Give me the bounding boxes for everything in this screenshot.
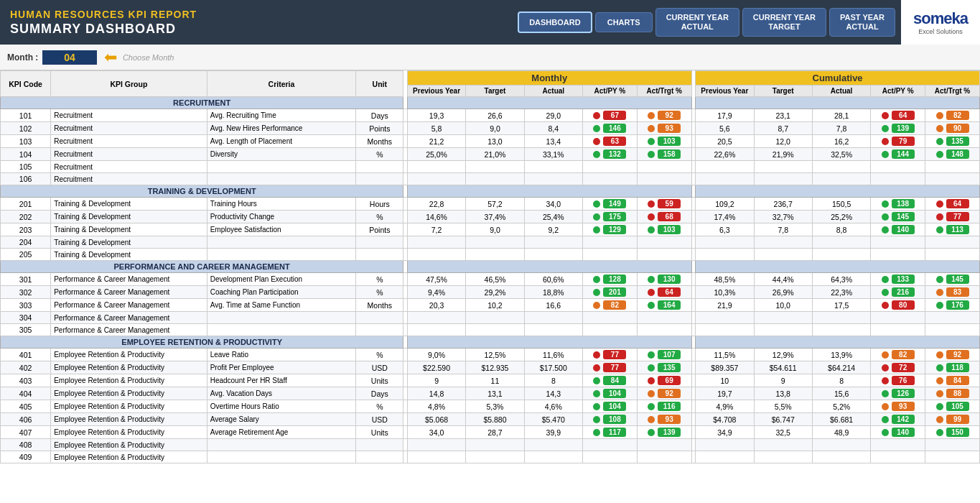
cumulative-header: Cumulative	[696, 71, 980, 86]
row-group: Performance & Career Management	[51, 324, 207, 336]
app-subtitle: SUMMARY DASHBOARD	[10, 22, 502, 37]
row-group: Performance & Career Management	[51, 273, 207, 286]
row-m-apy	[583, 439, 638, 451]
row-m-prev: $5.068	[407, 413, 465, 426]
row-c-prev: $4.708	[696, 413, 754, 426]
row-c-apy	[871, 312, 925, 324]
row-criteria	[207, 439, 356, 451]
row-m-apy: 77	[583, 361, 638, 374]
row-m-act: 18,8%	[524, 286, 582, 299]
row-m-tgt: 26,6	[466, 109, 524, 122]
row-c-act: 8,8	[812, 223, 870, 236]
row-c-prev: 19,7	[696, 387, 754, 400]
row-unit: Days	[356, 109, 403, 122]
current-year-actual-button[interactable]: CURRENT YEARACTUAL	[655, 8, 739, 37]
header-nav: DASHBOARD CHARTS CURRENT YEARACTUAL CURR…	[512, 0, 901, 45]
row-unit	[356, 451, 403, 463]
row-c-atgt: 105	[925, 400, 980, 413]
row-unit: Units	[356, 426, 403, 439]
sub-apy-c: Act/PY %	[871, 86, 925, 97]
row-c-act: 25,2%	[812, 211, 870, 223]
row-c-prev	[696, 324, 754, 336]
row-m-apy: 132	[583, 148, 638, 161]
table-row: 204 Training & Development	[1, 236, 980, 249]
row-m-tgt: 9,0	[466, 223, 524, 236]
row-c-atgt	[925, 439, 980, 451]
month-row: Month : 04 ⬅ Choose Month	[0, 45, 980, 70]
row-criteria: Coaching Plan Participation	[207, 286, 356, 299]
row-c-prev: 4,9%	[696, 400, 754, 413]
row-m-act: 8,4	[524, 122, 582, 135]
row-c-prev	[696, 312, 754, 324]
row-m-act: 9,2	[524, 223, 582, 236]
row-code: 102	[1, 122, 51, 135]
row-c-act: 5,2%	[812, 400, 870, 413]
row-criteria	[207, 324, 356, 336]
row-c-act: 16,2	[812, 135, 870, 148]
row-m-atgt: 107	[637, 349, 691, 361]
row-m-act	[524, 249, 582, 261]
dashboard-button[interactable]: DASHBOARD	[518, 11, 592, 33]
past-year-actual-button[interactable]: PAST YEARACTUAL	[829, 8, 895, 37]
row-unit: Months	[356, 135, 403, 148]
row-c-prev	[696, 451, 754, 463]
row-c-apy: 133	[871, 273, 925, 286]
sub-apy-m: Act/PY %	[583, 86, 638, 97]
row-c-tgt: 12,0	[754, 135, 812, 148]
row-m-act: 11,6%	[524, 349, 582, 361]
row-m-prev	[407, 439, 465, 451]
row-c-prev: 10,3%	[696, 286, 754, 299]
row-m-apy: 63	[583, 135, 638, 148]
row-c-tgt: 236,7	[754, 198, 812, 211]
row-c-apy: 142	[871, 413, 925, 426]
charts-button[interactable]: CHARTS	[595, 12, 653, 32]
row-criteria: Productivity Change	[207, 211, 356, 223]
row-group: Recruitment	[51, 148, 207, 161]
row-c-prev: 20,5	[696, 135, 754, 148]
row-c-atgt: 77	[925, 211, 980, 223]
row-group: Performance & Career Management	[51, 286, 207, 299]
row-c-tgt	[754, 161, 812, 173]
row-m-atgt	[637, 161, 691, 173]
row-m-act: 14,3	[524, 387, 582, 400]
row-group: Recruitment	[51, 135, 207, 148]
row-c-apy: 140	[871, 223, 925, 236]
row-unit: Hours	[356, 198, 403, 211]
row-c-tgt: 8,7	[754, 122, 812, 135]
row-group: Employee Retention & Productivity	[51, 400, 207, 413]
row-m-atgt: 139	[637, 426, 691, 439]
row-m-act: $5.470	[524, 413, 582, 426]
row-group: Employee Retention & Productivity	[51, 451, 207, 463]
row-c-prev: 5,6	[696, 122, 754, 135]
row-c-prev: 17,9	[696, 109, 754, 122]
table-row: 404 Employee Retention & Productivity Av…	[1, 387, 980, 400]
row-m-atgt: 164	[637, 299, 691, 312]
row-m-act: 16,6	[524, 299, 582, 312]
row-c-apy	[871, 439, 925, 451]
row-c-atgt: 92	[925, 349, 980, 361]
row-m-act: 33,1%	[524, 148, 582, 161]
row-m-act	[524, 236, 582, 249]
row-c-tgt: 7,8	[754, 223, 812, 236]
row-c-atgt: 82	[925, 109, 980, 122]
row-code: 409	[1, 451, 51, 463]
row-m-apy	[583, 236, 638, 249]
row-m-atgt	[637, 312, 691, 324]
row-criteria: Avg. Time at Same Function	[207, 299, 356, 312]
row-group: Employee Retention & Productivity	[51, 426, 207, 439]
row-code: 403	[1, 374, 51, 387]
row-m-apy: 201	[583, 286, 638, 299]
current-year-target-button[interactable]: CURRENT YEARTARGET	[742, 8, 826, 37]
row-unit: %	[356, 286, 403, 299]
row-code: 407	[1, 426, 51, 439]
row-c-tgt	[754, 312, 812, 324]
row-c-act	[812, 324, 870, 336]
row-c-act	[812, 439, 870, 451]
row-m-prev: $22.590	[407, 361, 465, 374]
sub-target-m: Target	[466, 86, 524, 97]
row-code: 402	[1, 361, 51, 374]
row-m-atgt: 103	[637, 135, 691, 148]
row-c-tgt: 10,0	[754, 299, 812, 312]
row-code: 408	[1, 439, 51, 451]
row-criteria: Development Plan Execution	[207, 273, 356, 286]
